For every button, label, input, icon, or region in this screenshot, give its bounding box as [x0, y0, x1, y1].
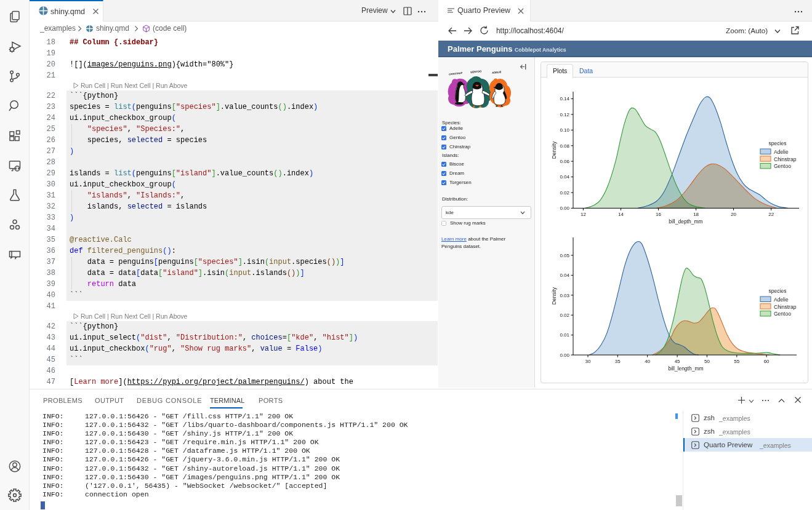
svg-text:0.03: 0.03: [560, 293, 569, 298]
svg-text:Gentoo: Gentoo: [774, 163, 791, 169]
svg-text:0.01: 0.01: [560, 332, 569, 338]
svg-text:0.04: 0.04: [560, 273, 569, 278]
svg-text:60: 60: [764, 359, 770, 364]
svg-text:14: 14: [618, 212, 624, 217]
svg-text:species: species: [769, 140, 787, 146]
svg-text:Adelie: Adelie: [774, 149, 789, 155]
svg-text:Gentoo: Gentoo: [774, 311, 791, 317]
svg-text:bill_length_mm: bill_length_mm: [668, 365, 703, 372]
svg-text:Chinstrap: Chinstrap: [774, 304, 797, 310]
svg-text:Density: Density: [551, 141, 557, 159]
svg-text:Chinstrap: Chinstrap: [774, 156, 797, 162]
svg-text:bill_depth_mm: bill_depth_mm: [669, 218, 702, 225]
svg-text:22: 22: [768, 212, 774, 217]
svg-text:0.08: 0.08: [560, 143, 569, 149]
svg-text:0.02: 0.02: [560, 313, 569, 318]
svg-text:12: 12: [581, 212, 586, 217]
svg-text:18: 18: [693, 212, 699, 217]
svg-text:35: 35: [615, 359, 621, 364]
svg-text:0.10: 0.10: [560, 127, 569, 133]
svg-text:20: 20: [731, 212, 736, 217]
svg-text:0.12: 0.12: [560, 112, 569, 118]
svg-text:16: 16: [656, 212, 661, 217]
svg-text:55: 55: [734, 359, 739, 364]
svg-text:0.04: 0.04: [560, 174, 569, 180]
svg-text:0.14: 0.14: [560, 96, 569, 102]
svg-text:0.05: 0.05: [560, 253, 569, 258]
svg-text:0.06: 0.06: [560, 159, 569, 164]
svg-text:0.00: 0.00: [560, 205, 569, 211]
svg-text:Adelie: Adelie: [774, 297, 789, 303]
svg-text:0.02: 0.02: [560, 190, 569, 196]
svg-text:Density: Density: [551, 287, 557, 305]
svg-text:45: 45: [675, 359, 680, 364]
svg-text:40: 40: [645, 359, 650, 364]
svg-text:0.00: 0.00: [560, 353, 569, 358]
svg-text:30: 30: [585, 359, 591, 364]
svg-text:species: species: [769, 288, 787, 294]
svg-text:50: 50: [704, 359, 710, 364]
